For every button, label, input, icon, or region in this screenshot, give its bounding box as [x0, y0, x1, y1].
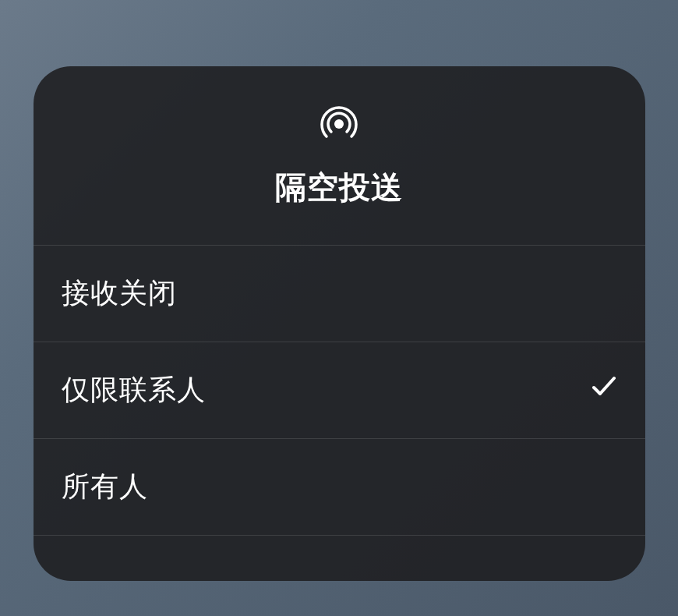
panel-header: 隔空投送 — [34, 66, 645, 246]
option-label: 接收关闭 — [62, 274, 177, 313]
panel-title: 隔空投送 — [275, 166, 403, 209]
airdrop-icon — [317, 102, 361, 146]
option-label: 仅限联系人 — [62, 371, 206, 409]
options-list: 接收关闭 仅限联系人 所有人 — [34, 246, 645, 536]
option-everyone[interactable]: 所有人 — [34, 439, 645, 536]
option-receiving-off[interactable]: 接收关闭 — [34, 246, 645, 342]
checkmark-icon — [591, 373, 617, 407]
svg-point-0 — [334, 119, 344, 129]
option-label: 所有人 — [62, 468, 148, 506]
option-contacts-only[interactable]: 仅限联系人 — [34, 342, 645, 439]
airdrop-settings-panel: 隔空投送 接收关闭 仅限联系人 所有人 — [34, 66, 645, 581]
